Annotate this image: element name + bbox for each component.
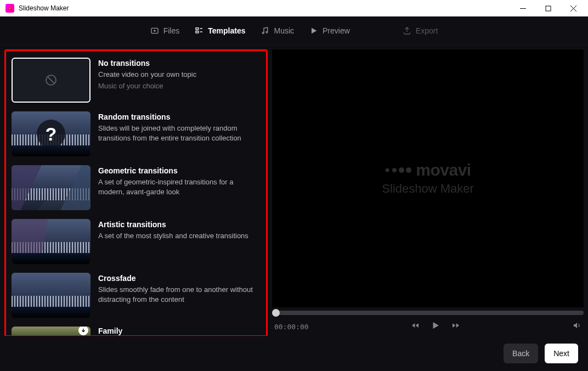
export-icon <box>403 26 411 35</box>
template-random-transitions[interactable]: ? Random transitions Slides will be join… <box>12 111 261 156</box>
forward-button[interactable] <box>451 321 460 332</box>
app-logo-icon <box>5 4 14 13</box>
play-button[interactable] <box>431 321 440 333</box>
nav-preview[interactable]: Preview <box>309 26 350 35</box>
window-minimize-button[interactable] <box>510 0 535 16</box>
download-icon <box>78 327 88 335</box>
template-geometric-transitions[interactable]: Geometric transitions A set of geometric… <box>12 165 261 210</box>
template-title: No transitions <box>98 59 261 68</box>
template-title: Artistic transitions <box>98 220 261 229</box>
template-title: Crossfade <box>98 274 261 283</box>
svg-point-12 <box>266 31 268 33</box>
svg-point-11 <box>263 32 264 33</box>
window-maximize-button[interactable] <box>535 0 561 16</box>
nav-templates[interactable]: Templates <box>195 26 245 35</box>
template-thumb <box>12 219 91 264</box>
nav-label: Preview <box>323 26 350 35</box>
templates-icon <box>195 26 203 35</box>
template-desc: A set of geometric-inspired transitions … <box>98 177 261 196</box>
nav-label: Music <box>274 26 294 35</box>
files-icon <box>150 26 159 35</box>
template-title: Family <box>98 327 261 335</box>
movavi-logo-icon <box>385 167 411 173</box>
rewind-button[interactable] <box>411 321 420 332</box>
template-title: Geometric transitions <box>98 166 261 175</box>
playback-scrubber[interactable] <box>272 311 584 315</box>
templates-list: No transitions Create video on your own … <box>4 49 268 336</box>
template-sub: Music of your choice <box>98 82 261 90</box>
window-close-button[interactable] <box>561 0 586 16</box>
playback-timecode: 00:00:00 <box>274 323 309 331</box>
nav-label: Templates <box>208 26 245 35</box>
template-crossfade[interactable]: Crossfade Slides smoothly fade from one … <box>12 273 261 318</box>
template-desc: Create video on your own topic <box>98 70 261 80</box>
template-family[interactable]: Family <box>12 327 261 336</box>
nav-files[interactable]: Files <box>150 26 180 35</box>
template-desc: A set of the most stylish and creative t… <box>98 231 261 241</box>
question-icon: ? <box>37 120 65 148</box>
window-title: Slideshow Maker <box>19 4 69 12</box>
back-button[interactable]: Back <box>504 344 538 363</box>
template-thumb <box>12 58 91 103</box>
window-titlebar: Slideshow Maker <box>0 0 588 16</box>
template-desc: Slides will be joined with completely ra… <box>98 123 261 143</box>
template-thumb <box>12 327 91 336</box>
template-title: Random transitions <box>98 113 261 121</box>
preview-icon <box>309 26 318 35</box>
template-artistic-transitions[interactable]: Artistic transitions A set of the most s… <box>12 219 261 264</box>
wizard-footer: Back Next <box>0 336 588 371</box>
wizard-nav: Files Templates Music Preview Export <box>0 16 588 45</box>
scrubber-knob[interactable] <box>272 309 280 317</box>
no-transitions-icon <box>44 74 58 87</box>
nav-label: Files <box>163 26 180 35</box>
svg-rect-1 <box>546 6 551 11</box>
preview-viewport: movavi Slideshow Maker <box>272 49 584 307</box>
volume-button[interactable] <box>573 321 581 332</box>
template-thumb: ? <box>12 111 91 156</box>
nav-export[interactable]: Export <box>403 26 438 35</box>
svg-line-14 <box>48 77 55 84</box>
template-thumb <box>12 165 91 210</box>
svg-rect-8 <box>196 31 199 32</box>
preview-watermark: movavi Slideshow Maker <box>382 161 474 196</box>
music-icon <box>261 26 269 35</box>
watermark-brand: movavi <box>416 161 471 179</box>
nav-music[interactable]: Music <box>261 26 294 35</box>
nav-label: Export <box>416 26 438 35</box>
next-button[interactable]: Next <box>545 344 578 363</box>
template-desc: Slides smoothly fade from one to another… <box>98 285 261 304</box>
template-thumb <box>12 273 91 318</box>
watermark-product: Slideshow Maker <box>382 182 474 196</box>
svg-rect-7 <box>196 27 199 29</box>
template-no-transitions[interactable]: No transitions Create video on your own … <box>12 58 261 103</box>
